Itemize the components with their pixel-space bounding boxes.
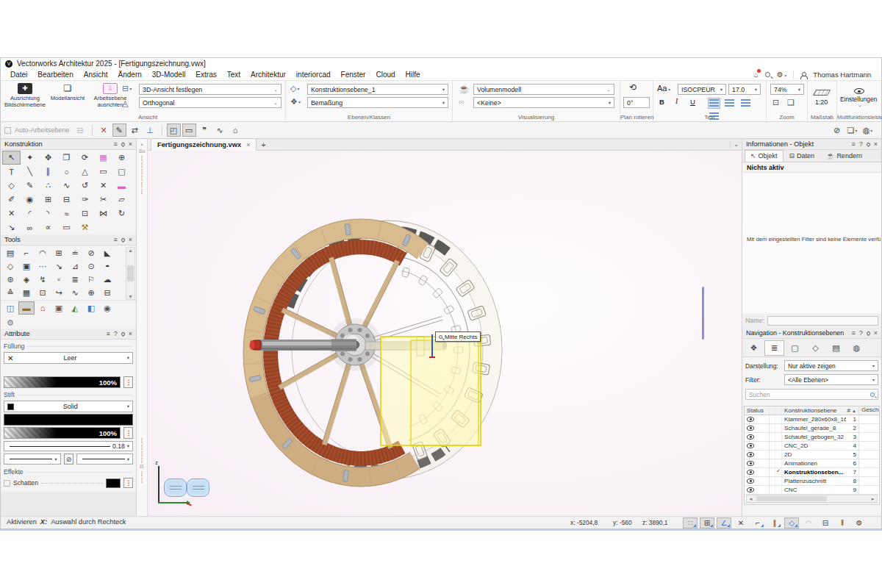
help-icon[interactable]: ? [859, 141, 863, 148]
navigation-header[interactable]: Navigation - Konstruktionsebenen ≡?× [742, 328, 881, 339]
window-tool[interactable]: ▣ [51, 301, 67, 315]
menu-icon[interactable]: ≡ [106, 331, 110, 337]
collapsed-dock-strip[interactable]: ×Su [[[[[[ [[[[ ⊟ [[ [137, 139, 148, 516]
line-weight-select[interactable]: 0.18▾ [4, 441, 133, 451]
path-tool[interactable]: ↯ [35, 273, 51, 286]
render-mode-select[interactable]: Volumenmodell⌄ [473, 84, 614, 95]
layer-search-input[interactable]: Suchen [745, 389, 878, 400]
menu-bearbeiten[interactable]: Bearbeiten [32, 71, 78, 79]
pen-slash-icon[interactable]: ⊘ [830, 123, 844, 137]
layer-table-hscrollbar[interactable]: ◂ ▸ [746, 495, 878, 503]
layer-row-schaufel-gebogen-32[interactable]: Schaufel_gebogen_323 [745, 433, 879, 442]
parallel-snap-icon[interactable]: ∥ [767, 517, 782, 528]
visibility-eye-icon[interactable] [747, 452, 754, 457]
menu-icon[interactable]: ≡ [113, 237, 117, 243]
line-endstyle-button[interactable]: ⊘ [64, 453, 74, 465]
double-line-tool[interactable]: ∥ [39, 165, 57, 179]
snap-settings-icon[interactable]: ⚙ [852, 517, 867, 528]
align-left-button[interactable] [708, 98, 720, 109]
spiral-tool[interactable]: ↺ [76, 179, 94, 193]
rect-select-icon[interactable]: ▭ [182, 123, 196, 137]
new-tab-button[interactable]: + [257, 140, 270, 149]
workplane-icon[interactable]: ⊟ [74, 123, 87, 137]
help-icon[interactable]: ? [859, 330, 863, 337]
line-tool[interactable]: ╲ [21, 165, 39, 179]
menu-icon[interactable]: ≡ [851, 330, 855, 337]
filter-select[interactable]: <Alle Ebenen>▾ [784, 374, 878, 385]
bold-button[interactable]: B [659, 98, 664, 106]
pin-icon[interactable] [121, 331, 126, 336]
axis-icon[interactable]: ⊥ [143, 123, 157, 137]
search-icon[interactable] [765, 72, 770, 77]
duplicate-tool[interactable]: ❐ [57, 151, 76, 165]
lasso-select-icon[interactable]: ∿ [213, 123, 227, 137]
konstruktion-header[interactable]: Konstruktion ≡× [1, 139, 136, 150]
clip-cube-tool[interactable]: ▦ [94, 151, 112, 165]
angle-dim-tool[interactable]: ⊿ [67, 259, 83, 273]
menu-fenster[interactable]: Fenster [336, 71, 371, 79]
layer-table-header[interactable]: Status Konstruktionsebene #▲ Geschoss [745, 406, 879, 415]
close-icon[interactable]: × [129, 141, 132, 148]
line-marker-select[interactable]: ▾ [76, 453, 134, 465]
auto-arbeitsebene-checkbox[interactable] [4, 127, 11, 134]
pin-icon[interactable] [866, 141, 871, 146]
glass-tool[interactable]: ◧ [83, 301, 99, 315]
menu-architektur[interactable]: Architektur [245, 71, 291, 79]
user-name[interactable]: Thomas Hartmann [813, 71, 871, 79]
tab-close-icon[interactable]: × [246, 141, 250, 148]
tab-objekt[interactable]: ↖Objekt [745, 150, 784, 162]
wave-tool[interactable]: ∿ [67, 286, 83, 299]
gear-icon[interactable]: ⚙ ▾ [777, 71, 787, 79]
box-select-tool[interactable]: ▫ [51, 273, 67, 286]
visibility-eye-icon[interactable] [747, 426, 754, 431]
effect-select[interactable]: <Keine>▾ [473, 97, 614, 108]
marker-tool[interactable]: ▬ [112, 179, 131, 193]
active-layer-select[interactable]: Konstruktionsebene_1▾ [307, 84, 448, 95]
fit-view-icon[interactable]: ⊡ [772, 98, 779, 107]
layer-row-cnc-2d[interactable]: CNC_2D4 [745, 442, 879, 451]
point-marker-tool[interactable]: ⊙ [83, 259, 99, 273]
polyline-tool[interactable]: ✎ [21, 179, 39, 193]
layer-row-animationen[interactable]: Animationen6 [745, 459, 879, 468]
flyover-tool[interactable]: ⟳ [76, 151, 94, 165]
italic-button[interactable]: I [675, 98, 678, 105]
close-icon[interactable]: × [874, 330, 878, 337]
menu-hilfe[interactable]: Hilfe [401, 71, 426, 79]
ramp-tool[interactable]: ◣ [99, 246, 115, 259]
multi-arrow-icon[interactable]: ⇄ [128, 123, 142, 137]
scissors-tool[interactable]: ✂ [94, 193, 112, 207]
house-tool[interactable]: ⌂ [35, 301, 51, 315]
plan-rotate-icon[interactable]: ⟲ [629, 82, 637, 93]
menu-text[interactable]: Text [222, 71, 245, 79]
font-style-button[interactable]: Aa ▾ [657, 84, 670, 93]
align-center-button[interactable] [723, 98, 736, 109]
tangent-snap-icon[interactable]: ◇ [784, 517, 799, 528]
rounded-rectangle-tool[interactable]: ▢ [112, 165, 131, 179]
name-input[interactable] [767, 316, 878, 326]
object-snap-icon[interactable]: ⊞ [700, 517, 714, 528]
measure-tool[interactable]: ▬ [18, 301, 35, 315]
ausrichtung-bildschirmebene-button[interactable]: ✚Ausrichtung Bildschirmebene [2, 83, 48, 117]
visibility-eye-icon[interactable] [747, 461, 754, 466]
arc-tool[interactable]: △ [76, 165, 94, 179]
tab-rendern[interactable]: ☕Rendern [820, 150, 868, 162]
nav-web-icon[interactable]: ◍ [847, 340, 867, 356]
frame-view-tool[interactable]: ⊡ [35, 286, 51, 299]
move-tool[interactable]: ↘ [2, 220, 21, 234]
similar-select-tool[interactable]: ◉ [21, 193, 39, 207]
pan-tool[interactable]: ✥ [39, 151, 57, 165]
arc-snap-icon[interactable]: ◠ [801, 517, 816, 528]
nav-references-icon[interactable]: ▤ [826, 340, 846, 356]
pin-icon[interactable] [866, 330, 871, 335]
visibility-eye-icon[interactable] [747, 434, 754, 440]
pen-opacity-slider[interactable]: 100% [4, 427, 121, 439]
pen-mode-icon[interactable]: ✎ [112, 123, 126, 137]
layer-row-2d[interactable]: 2D5 [745, 451, 879, 459]
pin-icon[interactable] [121, 141, 126, 146]
fill-opacity-slider[interactable]: 100% [4, 376, 121, 388]
layer-add-icon[interactable]: ❏▾ [845, 123, 859, 137]
wall-tool[interactable]: ▤ [2, 246, 18, 259]
menu-icon[interactable]: ≡ [113, 141, 117, 148]
nav-viewports-icon[interactable]: ▢ [785, 340, 805, 356]
schatten-color-swatch[interactable] [106, 478, 121, 488]
